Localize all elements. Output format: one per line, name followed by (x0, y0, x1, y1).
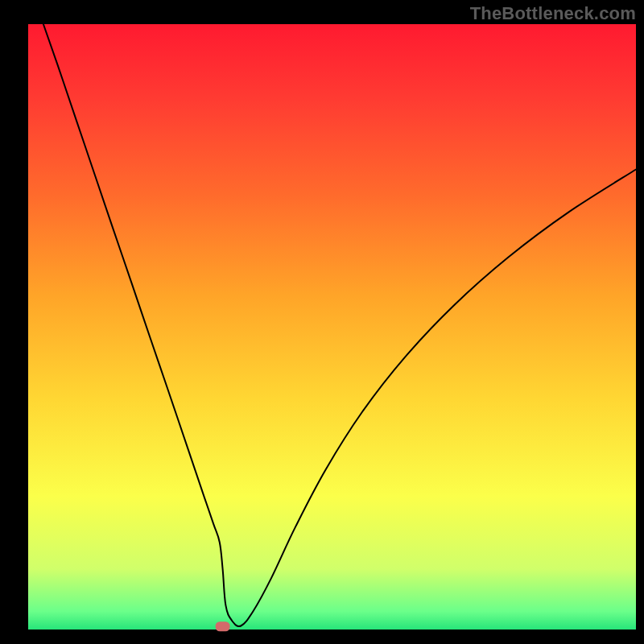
bottleneck-chart (0, 0, 644, 644)
optimal-marker (216, 621, 230, 631)
plot-background (28, 24, 636, 630)
watermark-text: TheBottleneck.com (470, 3, 636, 24)
chart-frame: TheBottleneck.com (0, 0, 644, 644)
